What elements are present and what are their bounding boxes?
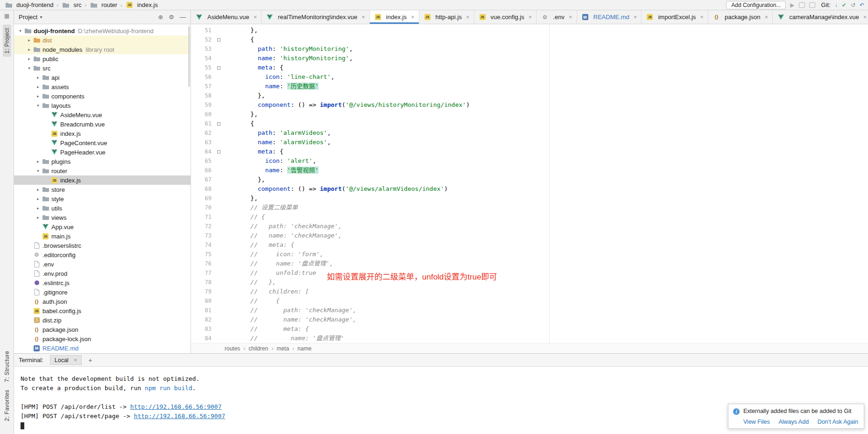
- run-icon[interactable]: ▶: [790, 2, 794, 8]
- locate-file-icon[interactable]: ⊕: [158, 14, 163, 21]
- chevron-down-icon[interactable]: ▾: [35, 103, 42, 108]
- chevron-right-icon[interactable]: ▸: [26, 47, 33, 52]
- chevron-right-icon[interactable]: ▸: [35, 215, 42, 220]
- code-line-70[interactable]: 70 // 设置二级菜单: [191, 203, 868, 212]
- tool-windows-icon[interactable]: ▦: [4, 13, 9, 19]
- tree-item-plugins[interactable]: ▸plugins: [14, 157, 191, 166]
- fold-marker-icon[interactable]: [214, 35, 223, 44]
- code-line-51[interactable]: 51 },: [191, 26, 868, 35]
- add-configuration-button[interactable]: Add Configuration...: [726, 1, 786, 9]
- tree-item-env-prod[interactable]: .env.prod: [14, 269, 191, 278]
- chevron-right-icon[interactable]: ▸: [35, 94, 42, 98]
- tree-item-src[interactable]: ▾src: [14, 63, 191, 73]
- notification-action-don-t-ask-again[interactable]: Don't Ask Again: [818, 419, 858, 425]
- code-line-56[interactable]: 56 icon: 'line-chart',: [191, 72, 868, 82]
- breadcrumb-item-index-js[interactable]: JSindex.js: [125, 1, 159, 9]
- close-icon[interactable]: ×: [863, 14, 867, 21]
- code-line-69[interactable]: 69 },: [191, 194, 868, 203]
- tree-scrollbar[interactable]: [188, 26, 190, 87]
- chevron-right-icon[interactable]: ▸: [35, 206, 42, 210]
- tree-item-babel-config-js[interactable]: JSbabel.config.js: [14, 306, 191, 315]
- tree-item-index-js[interactable]: JSindex.js: [14, 129, 191, 138]
- tree-item-dist-zip[interactable]: dist.zip: [14, 315, 191, 325]
- chevron-right-icon[interactable]: ▸: [26, 56, 33, 61]
- code-line-55[interactable]: 55 meta: {: [191, 63, 868, 72]
- tree-item-breadcrumb-vue[interactable]: Breadcrumb.vue: [14, 119, 191, 129]
- code-line-77[interactable]: 77 // unfold:true: [191, 268, 868, 278]
- fold-marker-icon[interactable]: [214, 63, 223, 72]
- code-line-79[interactable]: 79 // children: [: [191, 287, 868, 296]
- git-history-icon[interactable]: ↺: [851, 2, 855, 8]
- hide-panel-icon[interactable]: —: [180, 14, 186, 21]
- editor-tab-importexcel-js[interactable]: JSimportExcel.js×: [642, 10, 708, 24]
- chevron-right-icon[interactable]: ▸: [35, 187, 42, 192]
- tree-item-pageheader-vue[interactable]: PageHeader.vue: [14, 147, 191, 157]
- editor-breadcrumb-children[interactable]: children: [248, 345, 268, 352]
- code-line-53[interactable]: 53 path: 'historyMonitoring',: [191, 44, 868, 54]
- chevron-right-icon[interactable]: ▸: [35, 84, 42, 89]
- tree-item-editorconfig[interactable]: ⚙.editorconfig: [14, 250, 191, 259]
- editor-tab-http-api-js[interactable]: JShttp-api.js×: [419, 10, 474, 24]
- tree-item-pagecontent-vue[interactable]: PageContent.vue: [14, 138, 191, 147]
- tree-item-components[interactable]: ▸components: [14, 91, 191, 101]
- code-line-75[interactable]: 75 // icon: 'form',: [191, 250, 868, 259]
- code-line-66[interactable]: 66 name: '告警视频': [191, 166, 868, 175]
- code-editor[interactable]: 51 },52 {53 path: 'historyMonitoring',54…: [191, 24, 868, 343]
- editor-breadcrumb-meta[interactable]: meta: [276, 345, 289, 352]
- code-line-80[interactable]: 80 // {: [191, 296, 868, 306]
- breadcrumb-item-duoji-frontend[interactable]: duoji-frontend: [4, 1, 55, 9]
- close-icon[interactable]: ×: [254, 14, 257, 21]
- code-line-71[interactable]: 71 // {: [191, 212, 868, 222]
- tree-item-readme-md[interactable]: MREADME.md: [14, 343, 191, 353]
- tree-item-utils[interactable]: ▸utils: [14, 203, 191, 213]
- editor-tab-cameramanage-index-vue[interactable]: cameraManage\index.vue×: [773, 10, 868, 24]
- tree-item-api[interactable]: ▸api: [14, 73, 191, 82]
- tree-item-asidemenu-vue[interactable]: AsideMenu.vue: [14, 110, 191, 119]
- code-line-83[interactable]: 83 // meta: {: [191, 324, 868, 334]
- tree-item-router[interactable]: ▾router: [14, 166, 191, 175]
- close-icon[interactable]: ×: [700, 14, 704, 21]
- tree-item-store[interactable]: ▸store: [14, 185, 191, 194]
- code-line-62[interactable]: 62 path: 'alarmVideos',: [191, 128, 868, 138]
- close-icon[interactable]: ×: [569, 14, 572, 21]
- tree-item-auth-json[interactable]: {}auth.json: [14, 297, 191, 306]
- editor-tab-readme-md[interactable]: MREADME.md×: [577, 10, 642, 24]
- fold-marker-icon[interactable]: [214, 119, 223, 128]
- git-rollback-icon[interactable]: ↶: [860, 2, 864, 8]
- gear-icon[interactable]: ⚙: [169, 14, 174, 21]
- tree-item-env[interactable]: .env: [14, 259, 191, 269]
- terminal-tab-local[interactable]: Local ×: [50, 355, 82, 365]
- tree-item-eslintrc-js[interactable]: .eslintrc.js: [14, 278, 191, 287]
- chevron-right-icon[interactable]: ▸: [35, 196, 42, 201]
- terminal-link[interactable]: http://192.168.66.56:9007: [134, 413, 226, 420]
- close-icon[interactable]: ×: [466, 14, 470, 21]
- editor-tab-realtimemonitoring-index-vue[interactable]: realTimeMonitoring\index.vue×: [261, 10, 370, 24]
- breadcrumb-item-router[interactable]: router: [89, 1, 118, 9]
- editor-tab-index-js[interactable]: JSindex.js×: [370, 10, 419, 24]
- editor-breadcrumb-routes[interactable]: routes: [225, 345, 240, 352]
- close-icon[interactable]: ×: [411, 14, 415, 21]
- notification-action-always-add[interactable]: Always Add: [778, 419, 809, 425]
- code-line-58[interactable]: 58 },: [191, 91, 868, 100]
- code-line-73[interactable]: 73 // name: 'checkManage',: [191, 231, 868, 240]
- tree-item-public[interactable]: ▸public: [14, 54, 191, 63]
- close-icon[interactable]: ×: [361, 14, 365, 21]
- git-commit-icon[interactable]: ✔: [842, 2, 847, 8]
- tree-item-views[interactable]: ▸views: [14, 213, 191, 222]
- editor-tab-vue-config-js[interactable]: JSvue.config.js×: [474, 10, 537, 24]
- chevron-down-icon[interactable]: ▾: [17, 28, 24, 33]
- new-terminal-icon[interactable]: +: [88, 357, 92, 364]
- code-line-72[interactable]: 72 // path: 'checkManage',: [191, 222, 868, 231]
- code-line-57[interactable]: 57 name: '历史数据': [191, 82, 868, 91]
- code-line-78[interactable]: 78 // },: [191, 278, 868, 287]
- tree-item-dist[interactable]: ▸dist: [14, 35, 191, 45]
- code-line-54[interactable]: 54 name: 'historyMonitoring',: [191, 54, 868, 63]
- code-line-64[interactable]: 64 meta: {: [191, 147, 868, 156]
- code-line-67[interactable]: 67 },: [191, 175, 868, 184]
- close-icon[interactable]: ×: [74, 357, 78, 364]
- code-line-63[interactable]: 63 name: 'alarmVideos',: [191, 138, 868, 147]
- project-view-selector[interactable]: Project ▾: [19, 14, 42, 21]
- code-line-81[interactable]: 81 // path: 'checkManage',: [191, 306, 868, 315]
- terminal-link[interactable]: http://192.168.66.56:9007: [130, 403, 222, 410]
- code-line-60[interactable]: 60 },: [191, 110, 868, 119]
